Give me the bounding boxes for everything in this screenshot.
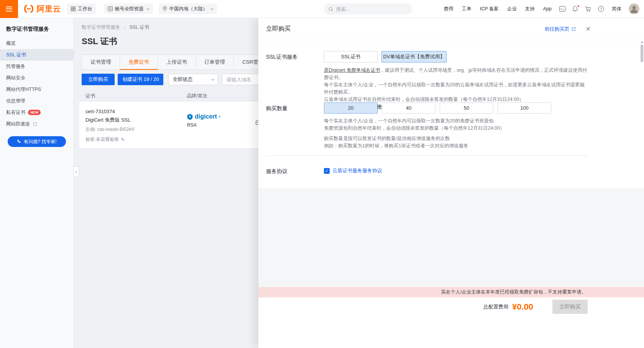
agreement-label: 服务协议 (266, 167, 324, 175)
sidebar: 数字证书管理服务 概览 SSL 证书 托管服务 网站安全 网站代理HTTPS 信… (0, 18, 74, 348)
cart-icon (585, 6, 591, 12)
ask-expert-button[interactable]: 有问题? 找专家! (8, 136, 66, 147)
agreement-link[interactable]: 云盾证书服务服务协议 (332, 167, 382, 174)
sidebar-collapse-handle[interactable]: ‹ (74, 167, 79, 177)
quantity-row: 购买数量 20 40 50 100 每个实名主体个人/企业，一个自然年内可以领取… (266, 102, 587, 150)
language-toggle[interactable]: 简体 (608, 6, 626, 12)
topnav-support[interactable]: 支持 (521, 6, 539, 12)
brand-name: digicert (195, 113, 217, 120)
close-icon[interactable]: ✕ (586, 26, 591, 32)
quantity-option-50[interactable]: 50 (440, 102, 493, 114)
total-fee-label: 总配置费用 (483, 303, 508, 310)
tab-free-cert[interactable]: 免费证书 (120, 54, 158, 70)
sidebar-item-anti-tamper[interactable]: 网站防篡改 (0, 118, 74, 130)
status-filter-select[interactable]: 全部状态 (168, 74, 218, 85)
table-header-cert: 证书 (85, 93, 187, 99)
terminal-icon (559, 6, 565, 12)
quantity-option-100[interactable]: 100 (498, 102, 551, 114)
collapse-icon: ‹ (76, 169, 77, 175)
cart-button[interactable] (582, 0, 595, 18)
sidebar-item-private-cert[interactable]: 私有证书 NEW (0, 107, 74, 118)
digicert-shield-icon (187, 114, 193, 120)
goto-purchase-page-link[interactable]: 前往购买页 (545, 26, 576, 33)
topnav-tickets[interactable]: 工单 (458, 6, 476, 12)
aliyun-logo-text: 阿里云 (37, 4, 61, 14)
option-dv-free-trial[interactable]: DV单域名证书【免费试用】 (381, 51, 447, 63)
sidebar-item-managed-service[interactable]: 托管服务 (0, 61, 74, 72)
workbench-label: 工作台 (78, 6, 92, 12)
cloudshell-terminal-button[interactable] (556, 0, 569, 18)
aliyun-logo-icon (22, 4, 35, 13)
scrollbar-up-arrow[interactable] (641, 41, 643, 43)
topnav-enterprise[interactable]: 企业 (503, 6, 521, 12)
digicert-free-cert-link[interactable]: 原DIgicert 免费单域名证书 (324, 68, 380, 73)
account-resources-dropdown[interactable]: 账号全部资源 (104, 3, 153, 14)
grid-icon (71, 7, 76, 11)
quantity-option-20[interactable]: 20 (324, 102, 378, 114)
buy-now-button[interactable]: 立即购买 (82, 74, 115, 85)
drawer-footer: 总配置费用 ¥0.00 立即购买 (258, 297, 644, 348)
topnav-billing[interactable]: 费用 (440, 6, 458, 12)
topnav-app[interactable]: App (539, 6, 556, 12)
phone-icon (17, 139, 21, 144)
ask-expert-label: 有问题? 找专家! (24, 139, 56, 145)
help-button[interactable]: ? (595, 0, 608, 18)
registered-mark: ® (219, 115, 221, 119)
buy-drawer: 立即购买 前往购买页 ✕ SSL证书服务 SSL证书 DV单域名证书【免费试用】… (258, 18, 644, 348)
region-label: 中国内地（大陆） (169, 6, 208, 12)
sidebar-title: 数字证书管理服务 (0, 18, 74, 38)
option-ssl-cert[interactable]: SSL证书 (324, 51, 378, 63)
sidebar-item-info-management[interactable]: 信息管理 (0, 95, 74, 107)
sidebar-item-https-proxy[interactable]: 网站代理HTTPS (0, 84, 74, 95)
sidebar-item-ssl-cert[interactable]: SSL 证书 (0, 49, 74, 61)
cert-name: DigiCert 免费版 SSL (85, 117, 187, 124)
quota-warning-bar: 实名个人/企业主体在本年度已经领取免费扩容包，不支持重复申请。 (258, 287, 644, 297)
external-link-icon (33, 122, 37, 126)
quantity-option-40[interactable]: 40 (382, 102, 435, 114)
aliyun-logo[interactable]: 阿里云 (22, 4, 61, 14)
agreement-checkbox[interactable]: ✓ (324, 168, 330, 174)
quota-warning-text: 实名个人/企业主体在本年度已经领取免费扩容包，不支持重复申请。 (441, 289, 586, 295)
chevron-down-icon (146, 7, 149, 10)
location-pin-icon (163, 6, 167, 12)
edit-tag-icon[interactable]: ✎ (121, 137, 125, 142)
tab-cert-management[interactable]: 证书管理 (82, 54, 120, 70)
quantity-notes: 每个实名主体个人/企业，一个自然年内可以领取一次数量为20的免费证书资源包 免费… (324, 117, 587, 150)
topbar: 阿里云 工作台 账号全部资源 中国内地（大陆） (0, 0, 644, 18)
search-icon (329, 7, 334, 12)
total-fee-value: ¥0.00 (512, 302, 533, 312)
tab-order-management[interactable]: 订单管理 (196, 54, 234, 70)
cert-id: cert-7310374 (85, 109, 187, 114)
section-divider (266, 155, 587, 156)
breadcrumb-separator: / (124, 25, 125, 30)
sidebar-item-site-security[interactable]: 网站安全 (0, 72, 74, 84)
search-input[interactable] (336, 7, 407, 12)
drawer-buy-button[interactable]: 立即购买 (552, 300, 588, 314)
chevron-down-icon (211, 77, 214, 80)
new-badge: NEW (28, 110, 41, 115)
status-filter-value: 全部状态 (172, 76, 192, 83)
resources-icon (108, 7, 113, 11)
service-type-label: SSL证书服务 (266, 51, 324, 111)
agreement-row: 服务协议 ✓ 云盾证书服务服务协议 (266, 167, 587, 175)
breadcrumb-root[interactable]: 数字证书管理服务 (82, 25, 120, 30)
hamburger-menu-button[interactable] (0, 0, 18, 18)
hamburger-icon (6, 7, 12, 7)
notification-dot (577, 5, 580, 7)
help-icon: ? (598, 6, 604, 12)
scrollbar-thumb[interactable] (641, 45, 643, 62)
global-search (324, 3, 412, 15)
tab-upload-cert[interactable]: 上传证书 (158, 54, 196, 70)
sidebar-item-overview[interactable]: 概览 (0, 38, 74, 49)
topnav: 费用 工单 ICP 备案 企业 支持 App (440, 0, 644, 18)
region-dropdown[interactable]: 中国内地（大陆） (159, 3, 217, 14)
quantity-label: 购买数量 (266, 102, 324, 150)
notifications-button[interactable] (569, 0, 582, 18)
create-cert-button[interactable]: 创建证书 19 / 20 (118, 74, 163, 85)
digicert-logo: digicert ® (187, 113, 255, 120)
workbench-button[interactable]: 工作台 (67, 3, 96, 14)
user-avatar[interactable] (629, 3, 639, 14)
drawer-scrollbar (641, 41, 643, 346)
breadcrumb-current: SSL 证书 (129, 25, 149, 30)
topnav-icp[interactable]: ICP 备案 (476, 6, 503, 12)
